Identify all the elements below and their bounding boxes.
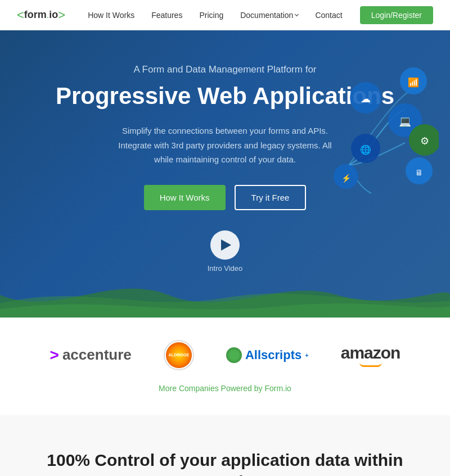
how-it-works-button[interactable]: How It Works — [144, 185, 226, 210]
amazon-smile-icon — [359, 362, 382, 367]
navbar: < form . io > How It Works Features Pric… — [0, 0, 450, 30]
accenture-text: accenture — [62, 346, 132, 364]
allscripts-trademark: + — [305, 352, 308, 359]
hero-wave — [0, 273, 450, 318]
play-icon — [221, 239, 231, 251]
intro-video-section: Intro Video — [17, 230, 433, 273]
aldridge-logo-inner: ALDRIDGE — [166, 342, 192, 368]
control-section: 100% Control of your application data wi… — [0, 415, 450, 476]
nav-link-pricing[interactable]: Pricing — [199, 11, 223, 20]
more-companies-link[interactable]: More Companies Powered by Form.io — [159, 384, 291, 393]
allscripts-logo: Allscripts + — [226, 347, 309, 363]
logos-row: > accenture ALDRIDGE Allscripts + amazon — [34, 340, 416, 370]
nav-link-documentation[interactable]: Documentation — [240, 11, 298, 20]
logo-text-form: form — [24, 9, 47, 21]
nav-link-features[interactable]: Features — [151, 11, 182, 20]
logo-bracket-right: > — [58, 8, 65, 22]
svg-text:⚡: ⚡ — [341, 174, 352, 183]
accenture-arrow-icon: > — [50, 346, 59, 364]
hero-section: A Form and Data Management Platform for … — [0, 30, 450, 318]
hero-description: Simplify the connections between your fo… — [118, 124, 332, 167]
login-register-button[interactable]: Login/Register — [360, 6, 433, 24]
chevron-down-icon — [295, 12, 299, 16]
svg-text:☁: ☁ — [361, 93, 371, 105]
svg-text:🌐: 🌐 — [360, 144, 371, 155]
logos-section: > accenture ALDRIDGE Allscripts + amazon — [0, 318, 450, 415]
amazon-text: amazon — [341, 343, 400, 362]
play-button[interactable] — [210, 230, 240, 260]
svg-text:⚙: ⚙ — [420, 135, 429, 147]
hero-icons: ☁ 📶 💻 🌐 ⚙ ⚡ 🖥 — [315, 53, 439, 210]
allscripts-sun-icon — [226, 347, 242, 363]
svg-text:📶: 📶 — [408, 77, 419, 88]
amazon-logo: amazon — [341, 343, 400, 367]
accenture-logo: > accenture — [50, 346, 132, 364]
logo-text-io: io — [49, 9, 58, 21]
nav-link-how-it-works[interactable]: How It Works — [88, 11, 134, 20]
video-label: Intro Video — [208, 264, 243, 273]
logo-bracket-left: < — [17, 8, 24, 22]
try-it-free-button[interactable]: Try it Free — [235, 185, 307, 210]
control-title: 100% Control of your application data wi… — [45, 449, 405, 476]
logo[interactable]: < form . io > — [17, 8, 65, 22]
hero-icons-svg: ☁ 📶 💻 🌐 ⚙ ⚡ 🖥 — [315, 53, 439, 210]
allscripts-text: Allscripts — [245, 348, 302, 362]
nav-link-contact[interactable]: Contact — [315, 11, 342, 20]
svg-text:🖥: 🖥 — [415, 168, 423, 177]
svg-text:💻: 💻 — [399, 115, 412, 128]
nav-links: How It Works Features Pricing Documentat… — [88, 11, 360, 20]
aldridge-logo: ALDRIDGE — [164, 340, 194, 370]
